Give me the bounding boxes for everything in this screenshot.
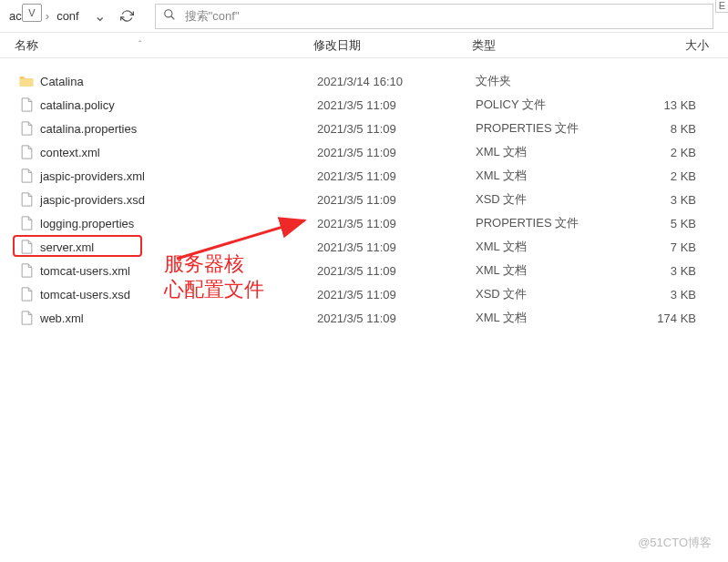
file-icon: [18, 144, 35, 160]
file-row[interactable]: jaspic-providers.xml2021/3/5 11:09XML 文档…: [0, 164, 728, 188]
col-header-date[interactable]: 修改日期: [313, 37, 472, 54]
file-size: 8 KB: [631, 122, 703, 136]
file-date: 2021/3/5 11:09: [317, 98, 476, 112]
refresh-button[interactable]: [115, 4, 140, 29]
right-edge-badge: E: [715, 0, 728, 13]
file-size: 3 KB: [631, 193, 703, 207]
col-header-size[interactable]: 大小: [627, 37, 709, 54]
file-name: context.xml: [40, 146, 317, 159]
col-header-name[interactable]: 名称 ˆ: [15, 37, 313, 54]
file-type: POLICY 文件: [476, 97, 631, 113]
search-icon: [163, 8, 176, 24]
file-date: 2021/3/5 11:09: [317, 169, 476, 183]
file-size: 5 KB: [631, 217, 703, 230]
file-date: 2021/3/5 11:09: [317, 312, 476, 325]
file-name: tomcat-users.xsd: [40, 288, 317, 301]
file-date: 2021/3/5 11:09: [317, 193, 476, 207]
file-type: XSD 文件: [476, 191, 631, 208]
file-icon: [18, 168, 35, 184]
file-size: 2 KB: [631, 169, 703, 183]
breadcrumb-current[interactable]: conf: [51, 9, 85, 23]
file-size: 3 KB: [631, 288, 703, 301]
file-row[interactable]: server.xml2021/3/5 11:09XML 文档7 KB: [0, 235, 728, 259]
file-row[interactable]: catalina.properties2021/3/5 11:09PROPERT…: [0, 117, 728, 140]
sort-chevron-icon: ˆ: [138, 40, 141, 50]
breadcrumb[interactable]: ach... › conf: [4, 9, 85, 23]
v-badge-icon: V: [22, 4, 42, 22]
file-list: Catalina2021/3/14 16:10文件夹catalina.polic…: [0, 58, 728, 330]
file-date: 2021/3/14 16:10: [317, 75, 476, 88]
file-date: 2021/3/5 11:09: [317, 122, 476, 136]
file-name: jaspic-providers.xsd: [40, 193, 317, 207]
file-icon: [18, 215, 35, 231]
file-type: XML 文档: [476, 168, 631, 184]
col-header-type[interactable]: 类型: [472, 37, 627, 54]
file-date: 2021/3/5 11:09: [317, 217, 476, 230]
file-icon: [18, 239, 35, 255]
file-name: logging.properties: [40, 217, 317, 230]
search-placeholder: 搜索"conf": [185, 8, 240, 25]
file-name: server.xml: [40, 240, 317, 254]
file-date: 2021/3/5 11:09: [317, 264, 476, 278]
file-row[interactable]: context.xml2021/3/5 11:09XML 文档2 KB: [0, 140, 728, 164]
file-name: catalina.properties: [40, 122, 317, 136]
file-name: web.xml: [40, 312, 317, 325]
file-type: PROPERTIES 文件: [476, 120, 631, 137]
file-size: 2 KB: [631, 146, 703, 159]
file-row[interactable]: web.xml2021/3/5 11:09XML 文档174 KB: [0, 306, 728, 330]
file-name: catalina.policy: [40, 98, 317, 112]
file-row[interactable]: logging.properties2021/3/5 11:09PROPERTI…: [0, 211, 728, 235]
search-input[interactable]: 搜索"conf": [155, 4, 713, 29]
folder-icon: [18, 73, 35, 89]
file-icon: [18, 191, 35, 208]
file-type: XML 文档: [476, 310, 631, 326]
file-type: XML 文档: [476, 239, 631, 255]
file-row[interactable]: tomcat-users.xsd2021/3/5 11:09XSD 文件3 KB: [0, 282, 728, 306]
file-icon: [18, 262, 35, 279]
file-row[interactable]: jaspic-providers.xsd2021/3/5 11:09XSD 文件…: [0, 188, 728, 211]
file-date: 2021/3/5 11:09: [317, 240, 476, 254]
file-name: jaspic-providers.xml: [40, 169, 317, 183]
file-icon: [18, 97, 35, 113]
file-type: XSD 文件: [476, 286, 631, 302]
file-type: XML 文档: [476, 262, 631, 279]
file-size: 13 KB: [631, 98, 703, 112]
file-row[interactable]: Catalina2021/3/14 16:10文件夹: [0, 69, 728, 93]
file-type: XML 文档: [476, 144, 631, 160]
refresh-icon: [120, 9, 134, 23]
toolbar: ach... › conf ⌄ 搜索"conf": [0, 0, 728, 33]
file-icon: [18, 120, 35, 137]
file-type: PROPERTIES 文件: [476, 215, 631, 231]
column-headers: 名称 ˆ 修改日期 类型 大小: [0, 33, 728, 58]
file-size: 7 KB: [631, 240, 703, 254]
chevron-right-icon: ›: [46, 9, 49, 23]
file-date: 2021/3/5 11:09: [317, 146, 476, 159]
file-icon: [18, 310, 35, 326]
file-icon: [18, 286, 35, 302]
file-size: 174 KB: [631, 312, 703, 325]
file-name: Catalina: [40, 75, 317, 88]
file-size: 3 KB: [631, 264, 703, 278]
file-row[interactable]: catalina.policy2021/3/5 11:09POLICY 文件13…: [0, 93, 728, 117]
file-type: 文件夹: [476, 73, 631, 89]
watermark: @51CTO博客: [638, 535, 712, 551]
chevron-down-icon[interactable]: ⌄: [94, 7, 106, 25]
file-row[interactable]: tomcat-users.xml2021/3/5 11:09XML 文档3 KB: [0, 259, 728, 282]
svg-point-0: [164, 10, 171, 17]
file-name: tomcat-users.xml: [40, 264, 317, 278]
file-date: 2021/3/5 11:09: [317, 288, 476, 301]
